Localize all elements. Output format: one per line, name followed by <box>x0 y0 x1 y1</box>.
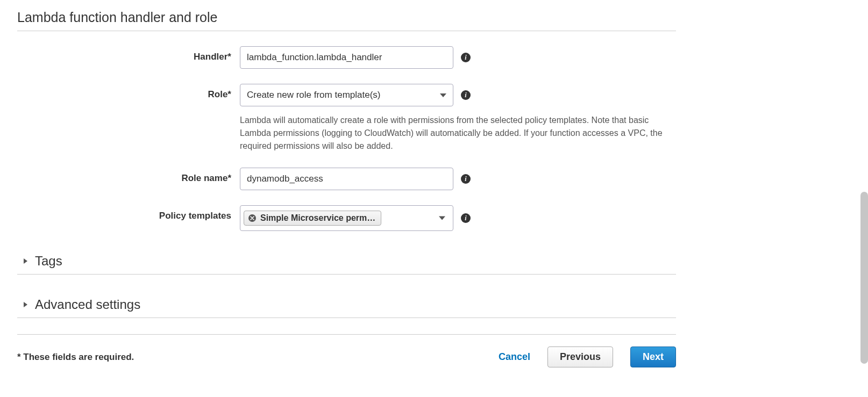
next-button[interactable]: Next <box>630 347 676 367</box>
rolename-input[interactable] <box>240 168 453 190</box>
rolename-label: Role name* <box>17 168 240 184</box>
tags-section-toggle[interactable]: Tags <box>17 246 676 275</box>
handler-label: Handler* <box>17 46 240 62</box>
previous-button[interactable]: Previous <box>547 347 613 367</box>
caret-right-icon <box>24 302 27 307</box>
info-icon[interactable]: i <box>461 174 471 184</box>
role-label: Role* <box>17 84 240 100</box>
handler-input[interactable] <box>240 46 453 69</box>
form-row-handler: Handler* i <box>17 31 676 69</box>
chevron-down-icon <box>439 216 445 220</box>
policy-tag: Simple Microservice perm… <box>244 211 381 226</box>
required-fields-note: * These fields are required. <box>17 352 134 363</box>
chevron-down-icon <box>440 93 446 97</box>
tags-title: Tags <box>35 254 62 269</box>
remove-tag-icon[interactable] <box>248 214 256 222</box>
section-title: Lambda function handler and role <box>17 0 676 31</box>
policy-templates-select[interactable]: Simple Microservice perm… <box>240 205 453 231</box>
info-icon[interactable]: i <box>461 90 471 100</box>
policy-label: Policy templates <box>17 205 240 221</box>
info-icon[interactable]: i <box>461 53 471 62</box>
cancel-button[interactable]: Cancel <box>499 351 530 363</box>
advanced-section-toggle[interactable]: Advanced settings <box>17 290 676 318</box>
policy-tag-label: Simple Microservice perm… <box>260 213 375 223</box>
scrollbar-thumb[interactable] <box>860 192 868 364</box>
form-row-policy: Policy templates Simple Microservice per… <box>17 190 676 231</box>
form-row-role: Role* Create new role from template(s) i… <box>17 69 676 153</box>
caret-right-icon <box>24 258 27 264</box>
role-help-text: Lambda will automatically create a role … <box>240 114 665 153</box>
footer: * These fields are required. Cancel Prev… <box>17 335 676 384</box>
form-row-rolename: Role name* i <box>17 153 676 190</box>
role-select[interactable]: Create new role from template(s) <box>240 84 453 106</box>
advanced-title: Advanced settings <box>35 297 140 312</box>
role-select-value: Create new role from template(s) <box>247 90 380 100</box>
info-icon[interactable]: i <box>461 213 471 223</box>
